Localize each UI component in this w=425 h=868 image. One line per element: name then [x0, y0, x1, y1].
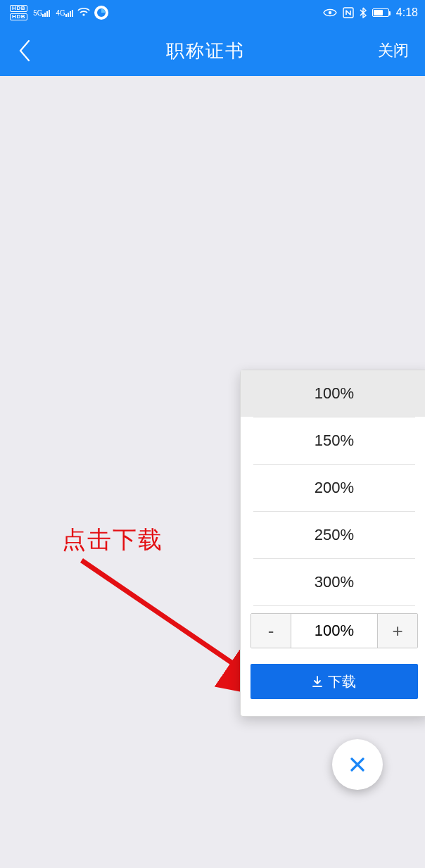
divider: [253, 605, 415, 606]
download-icon: [312, 676, 322, 687]
signal-5g: 5G: [32, 9, 50, 17]
svg-point-2: [329, 11, 331, 14]
net-label-4g: 4G: [56, 9, 65, 17]
back-button[interactable]: [0, 25, 49, 76]
svg-point-0: [82, 13, 84, 15]
zoom-value: 100%: [291, 614, 378, 648]
zoom-option-200[interactable]: 200%: [241, 465, 425, 511]
zoom-option-list: 100% 150% 200% 250% 300%: [241, 370, 425, 606]
zoom-option-250[interactable]: 250%: [241, 512, 425, 558]
chevron-left-icon: [18, 39, 32, 63]
hd-badge: HDB: [10, 13, 27, 20]
zoom-option-100[interactable]: 100%: [241, 370, 425, 417]
net-label-5g: 5G: [33, 9, 42, 17]
app-header: 职称证书 关闭: [0, 25, 425, 76]
status-bar: HDB HDB 5G 4G 4:18: [0, 0, 425, 25]
close-popover-fab[interactable]: [332, 739, 383, 790]
nfc-icon: [343, 7, 354, 18]
clock: 4:18: [396, 6, 418, 19]
zoom-increase-button[interactable]: +: [378, 614, 417, 648]
hd-badges: HDB HDB: [10, 5, 27, 20]
status-left: HDB HDB 5G 4G: [10, 5, 108, 20]
close-icon: [348, 755, 367, 774]
browser-icon: [94, 6, 108, 20]
hd-badge: HDB: [10, 5, 27, 12]
status-right: 4:18: [323, 6, 418, 19]
content-area: 点击下载 100% 150% 200% 250% 300% - 100% +: [0, 76, 425, 868]
zoom-decrease-button[interactable]: -: [251, 614, 291, 648]
page-title: 职称证书: [49, 39, 362, 63]
download-label: 下载: [328, 672, 356, 691]
battery-icon: [372, 8, 389, 17]
zoom-option-300[interactable]: 300%: [241, 559, 425, 605]
close-button[interactable]: 关闭: [362, 40, 425, 61]
wifi-icon: [77, 7, 90, 19]
bluetooth-icon: [360, 7, 367, 18]
zoom-popover: 100% 150% 200% 250% 300% - 100% + 下载: [240, 370, 425, 717]
zoom-stepper: - 100% +: [250, 613, 418, 648]
zoom-option-150[interactable]: 150%: [241, 417, 425, 464]
eye-icon: [323, 8, 337, 18]
annotation-text: 点击下载: [62, 524, 163, 556]
signal-4g: 4G: [54, 9, 72, 17]
download-button[interactable]: 下载: [250, 664, 418, 699]
